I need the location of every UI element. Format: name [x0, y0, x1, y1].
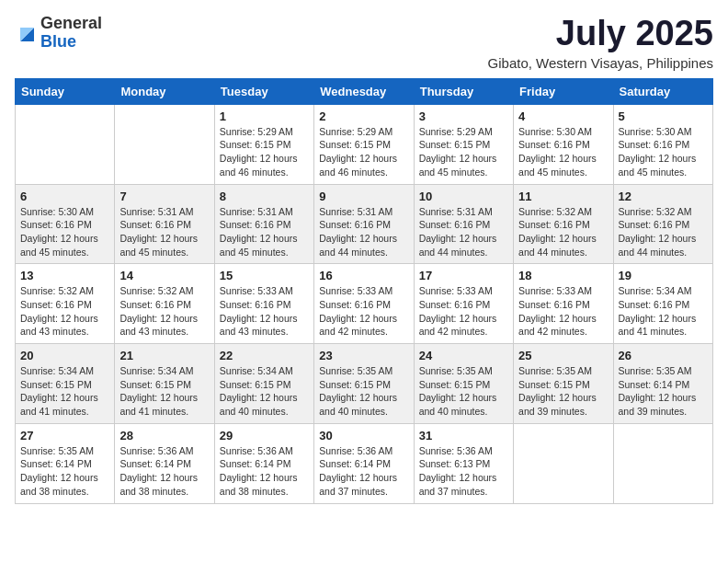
calendar-cell: 9Sunrise: 5:31 AM Sunset: 6:16 PM Daylig… — [314, 184, 414, 264]
day-info: Sunrise: 5:33 AM Sunset: 6:16 PM Dayligh… — [518, 284, 608, 339]
day-info: Sunrise: 5:36 AM Sunset: 6:14 PM Dayligh… — [220, 444, 309, 499]
day-number: 28 — [119, 429, 209, 442]
day-of-week-header: Monday — [115, 78, 214, 104]
calendar-cell: 10Sunrise: 5:31 AM Sunset: 6:16 PM Dayli… — [414, 184, 513, 264]
day-number: 12 — [619, 190, 708, 203]
calendar-cell: 22Sunrise: 5:34 AM Sunset: 6:15 PM Dayli… — [214, 344, 313, 424]
calendar-cell: 18Sunrise: 5:33 AM Sunset: 6:16 PM Dayli… — [514, 264, 613, 344]
day-number: 21 — [119, 349, 209, 362]
day-info: Sunrise: 5:29 AM Sunset: 6:15 PM Dayligh… — [220, 125, 309, 179]
calendar-week-row: 6Sunrise: 5:30 AM Sunset: 6:16 PM Daylig… — [16, 184, 713, 264]
day-of-week-header: Saturday — [613, 78, 712, 104]
calendar-cell: 29Sunrise: 5:36 AM Sunset: 6:14 PM Dayli… — [214, 423, 313, 503]
day-info: Sunrise: 5:36 AM Sunset: 6:14 PM Dayligh… — [319, 444, 408, 499]
day-info: Sunrise: 5:35 AM Sunset: 6:14 PM Dayligh… — [619, 364, 708, 419]
day-number: 30 — [319, 429, 408, 442]
days-of-week-row: SundayMondayTuesdayWednesdayThursdayFrid… — [16, 78, 713, 104]
month-title: July 2025 — [488, 15, 713, 53]
day-of-week-header: Friday — [514, 78, 613, 104]
day-info: Sunrise: 5:36 AM Sunset: 6:14 PM Dayligh… — [119, 444, 209, 499]
calendar-cell: 3Sunrise: 5:29 AM Sunset: 6:15 PM Daylig… — [414, 104, 513, 184]
calendar-cell: 26Sunrise: 5:35 AM Sunset: 6:14 PM Dayli… — [613, 344, 712, 424]
calendar-cell: 16Sunrise: 5:33 AM Sunset: 6:16 PM Dayli… — [314, 264, 414, 344]
day-info: Sunrise: 5:32 AM Sunset: 6:16 PM Dayligh… — [119, 284, 209, 339]
day-info: Sunrise: 5:33 AM Sunset: 6:16 PM Dayligh… — [419, 284, 508, 339]
day-number: 15 — [220, 269, 309, 282]
day-number: 23 — [319, 349, 408, 362]
day-number: 27 — [20, 429, 109, 442]
calendar-cell: 1Sunrise: 5:29 AM Sunset: 6:15 PM Daylig… — [214, 104, 313, 184]
calendar-cell: 2Sunrise: 5:29 AM Sunset: 6:15 PM Daylig… — [314, 104, 414, 184]
day-number: 7 — [119, 190, 209, 203]
day-info: Sunrise: 5:34 AM Sunset: 6:15 PM Dayligh… — [20, 364, 109, 419]
calendar-cell: 30Sunrise: 5:36 AM Sunset: 6:14 PM Dayli… — [314, 423, 414, 503]
calendar-week-row: 13Sunrise: 5:32 AM Sunset: 6:16 PM Dayli… — [16, 264, 713, 344]
day-of-week-header: Thursday — [414, 78, 513, 104]
day-number: 24 — [419, 349, 508, 362]
day-number: 6 — [20, 190, 109, 203]
calendar-cell: 11Sunrise: 5:32 AM Sunset: 6:16 PM Dayli… — [514, 184, 613, 264]
day-info: Sunrise: 5:30 AM Sunset: 6:16 PM Dayligh… — [518, 125, 608, 179]
logo-icon — [15, 22, 37, 44]
day-info: Sunrise: 5:32 AM Sunset: 6:16 PM Dayligh… — [20, 284, 109, 339]
calendar-week-row: 20Sunrise: 5:34 AM Sunset: 6:15 PM Dayli… — [16, 344, 713, 424]
day-info: Sunrise: 5:31 AM Sunset: 6:16 PM Dayligh… — [419, 205, 508, 259]
day-number: 5 — [619, 109, 708, 123]
day-info: Sunrise: 5:33 AM Sunset: 6:16 PM Dayligh… — [319, 284, 408, 339]
title-area: July 2025 Gibato, Western Visayas, Phili… — [488, 15, 713, 71]
day-info: Sunrise: 5:34 AM Sunset: 6:15 PM Dayligh… — [119, 364, 209, 419]
calendar-cell: 4Sunrise: 5:30 AM Sunset: 6:16 PM Daylig… — [514, 104, 613, 184]
day-number: 2 — [319, 109, 408, 123]
logo-general: General — [40, 15, 102, 33]
location: Gibato, Western Visayas, Philippines — [488, 55, 713, 71]
calendar-cell: 20Sunrise: 5:34 AM Sunset: 6:15 PM Dayli… — [16, 344, 115, 424]
calendar-cell: 24Sunrise: 5:35 AM Sunset: 6:15 PM Dayli… — [414, 344, 513, 424]
day-number: 9 — [319, 190, 408, 203]
calendar-cell: 14Sunrise: 5:32 AM Sunset: 6:16 PM Dayli… — [115, 264, 214, 344]
day-number: 10 — [419, 190, 508, 203]
day-info: Sunrise: 5:36 AM Sunset: 6:13 PM Dayligh… — [419, 444, 508, 499]
day-info: Sunrise: 5:35 AM Sunset: 6:15 PM Dayligh… — [518, 364, 608, 419]
day-number: 19 — [619, 269, 708, 282]
day-number: 13 — [20, 269, 109, 282]
calendar-cell: 13Sunrise: 5:32 AM Sunset: 6:16 PM Dayli… — [16, 264, 115, 344]
calendar-cell: 15Sunrise: 5:33 AM Sunset: 6:16 PM Dayli… — [214, 264, 313, 344]
day-info: Sunrise: 5:34 AM Sunset: 6:15 PM Dayligh… — [220, 364, 309, 419]
day-of-week-header: Tuesday — [214, 78, 313, 104]
calendar-cell — [514, 423, 613, 503]
day-number: 14 — [119, 269, 209, 282]
day-info: Sunrise: 5:33 AM Sunset: 6:16 PM Dayligh… — [220, 284, 309, 339]
day-info: Sunrise: 5:35 AM Sunset: 6:14 PM Dayligh… — [20, 444, 109, 499]
day-number: 3 — [419, 109, 508, 123]
day-info: Sunrise: 5:35 AM Sunset: 6:15 PM Dayligh… — [419, 364, 508, 419]
day-number: 29 — [220, 429, 309, 442]
day-info: Sunrise: 5:34 AM Sunset: 6:16 PM Dayligh… — [619, 284, 708, 339]
calendar-cell: 31Sunrise: 5:36 AM Sunset: 6:13 PM Dayli… — [414, 423, 513, 503]
calendar-week-row: 1Sunrise: 5:29 AM Sunset: 6:15 PM Daylig… — [16, 104, 713, 184]
day-number: 26 — [619, 349, 708, 362]
day-number: 31 — [419, 429, 508, 442]
calendar-cell — [16, 104, 115, 184]
calendar-cell: 27Sunrise: 5:35 AM Sunset: 6:14 PM Dayli… — [16, 423, 115, 503]
day-info: Sunrise: 5:29 AM Sunset: 6:15 PM Dayligh… — [319, 125, 408, 179]
calendar-cell — [613, 423, 712, 503]
day-number: 20 — [20, 349, 109, 362]
logo-text: General Blue — [40, 15, 102, 52]
day-number: 25 — [518, 349, 608, 362]
calendar-cell: 19Sunrise: 5:34 AM Sunset: 6:16 PM Dayli… — [613, 264, 712, 344]
calendar-cell: 23Sunrise: 5:35 AM Sunset: 6:15 PM Dayli… — [314, 344, 414, 424]
day-info: Sunrise: 5:32 AM Sunset: 6:16 PM Dayligh… — [518, 205, 608, 259]
day-info: Sunrise: 5:35 AM Sunset: 6:15 PM Dayligh… — [319, 364, 408, 419]
calendar-cell: 6Sunrise: 5:30 AM Sunset: 6:16 PM Daylig… — [16, 184, 115, 264]
day-info: Sunrise: 5:29 AM Sunset: 6:15 PM Dayligh… — [419, 125, 508, 179]
calendar-cell: 28Sunrise: 5:36 AM Sunset: 6:14 PM Dayli… — [115, 423, 214, 503]
day-info: Sunrise: 5:31 AM Sunset: 6:16 PM Dayligh… — [119, 205, 209, 259]
calendar-week-row: 27Sunrise: 5:35 AM Sunset: 6:14 PM Dayli… — [16, 423, 713, 503]
day-number: 11 — [518, 190, 608, 203]
day-info: Sunrise: 5:30 AM Sunset: 6:16 PM Dayligh… — [20, 205, 109, 259]
page-header: General Blue July 2025 Gibato, Western V… — [15, 15, 713, 71]
day-number: 1 — [220, 109, 309, 123]
day-info: Sunrise: 5:31 AM Sunset: 6:16 PM Dayligh… — [220, 205, 309, 259]
day-number: 8 — [220, 190, 309, 203]
day-info: Sunrise: 5:32 AM Sunset: 6:16 PM Dayligh… — [619, 205, 708, 259]
